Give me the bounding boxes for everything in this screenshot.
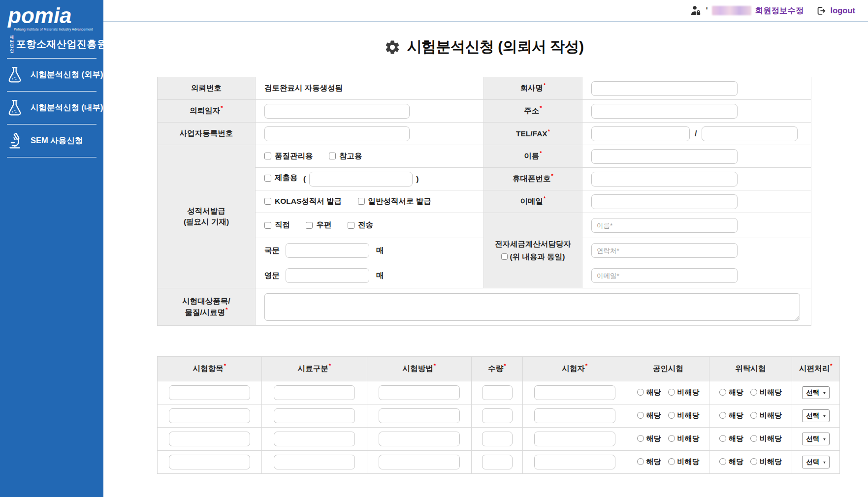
english-copies-label: 영문 — [264, 271, 280, 280]
official-no-radio[interactable] — [668, 412, 675, 419]
official-yes-radio[interactable] — [637, 389, 644, 396]
chevron-down-icon: ▼ — [823, 460, 827, 464]
sample-type-input[interactable] — [274, 432, 355, 446]
submission-checkbox[interactable] — [264, 175, 271, 182]
same-as-above-checkbox[interactable] — [501, 253, 508, 260]
request-no-value: 검토완료시 자동생성됨 — [264, 84, 343, 92]
kolas-report-checkbox[interactable] — [264, 198, 271, 205]
test-method-input[interactable] — [379, 432, 460, 446]
test-item-input[interactable] — [169, 385, 250, 400]
official-yes-radio[interactable] — [637, 435, 644, 442]
logout-link[interactable]: logout — [831, 6, 855, 15]
tester-input[interactable] — [534, 455, 615, 469]
official-yes-radio[interactable] — [637, 412, 644, 419]
sample-type-input[interactable] — [274, 455, 355, 469]
username-redacted — [712, 6, 751, 15]
tax-contact-name-input[interactable] — [591, 218, 738, 233]
tester-input[interactable] — [534, 432, 615, 446]
tester-input[interactable] — [534, 385, 615, 400]
quantity-input[interactable] — [482, 408, 513, 423]
tel-input[interactable] — [591, 126, 690, 141]
logout-icon[interactable] — [816, 5, 827, 16]
flask-icon — [6, 66, 24, 84]
required-asterisk: * — [540, 150, 542, 156]
tax-contact-email-input[interactable] — [591, 268, 738, 283]
request-form-table: 의뢰번호 검토완료시 자동생성됨 회사명* 의뢰일자* 주소* 사업자등록번호 … — [157, 77, 811, 326]
official-yes-radio[interactable] — [637, 458, 644, 465]
test-method-input[interactable] — [379, 385, 460, 400]
fax-input[interactable] — [702, 126, 798, 141]
col-test-method: 시험방법* — [367, 357, 472, 381]
specimen-select[interactable]: 선택▼ — [802, 456, 830, 468]
tester-input[interactable] — [534, 408, 615, 423]
specimen-select[interactable]: 선택▼ — [802, 409, 830, 422]
test-method-input[interactable] — [379, 455, 460, 469]
checkbox-label: 우편 — [316, 220, 331, 230]
radio-label: 해당 — [646, 411, 661, 420]
test-target-textarea[interactable] — [264, 293, 800, 321]
test-item-input[interactable] — [169, 432, 250, 446]
reference-checkbox[interactable] — [329, 153, 336, 159]
consigned-no-radio[interactable] — [750, 458, 757, 465]
required-asterisk: * — [540, 105, 542, 111]
org-name: 포항소재산업진흥원 — [16, 37, 107, 51]
official-no-radio[interactable] — [668, 435, 675, 442]
email-input[interactable] — [591, 194, 738, 209]
sidebar-item-sem-request[interactable]: SEM 사용신청 — [0, 124, 103, 157]
submission-detail-input[interactable] — [309, 172, 413, 186]
checkbox-label: 일반성적서로 발급 — [368, 196, 431, 207]
quantity-input[interactable] — [482, 455, 513, 469]
gear-icon — [384, 39, 401, 56]
radio-label: 비해당 — [677, 457, 700, 466]
sidebar: pomia Pohang Institute of Materials Indu… — [0, 0, 103, 497]
quantity-input[interactable] — [482, 432, 513, 446]
name-input[interactable] — [591, 149, 738, 164]
sidebar-item-test-request-internal[interactable]: 시험분석신청 (내부) — [0, 92, 103, 124]
org-badge-line2: 법인 — [10, 44, 14, 53]
consigned-yes-radio[interactable] — [719, 389, 726, 396]
address-input[interactable] — [591, 104, 738, 119]
radio-label: 비해당 — [760, 411, 782, 420]
specimen-select[interactable]: 선택▼ — [802, 433, 830, 445]
general-report-checkbox[interactable] — [358, 198, 365, 205]
consigned-yes-radio[interactable] — [719, 412, 726, 419]
sidebar-item-test-request-external[interactable]: 시험분석신청 (외부) — [0, 59, 103, 91]
member-info-edit-link[interactable]: 회원정보수정 — [755, 5, 804, 16]
main-content: ' 회원정보수정 logout 시험분석신청 (의뢰서 작성) 의뢰번호 검토완… — [103, 0, 868, 474]
test-item-input[interactable] — [169, 455, 250, 469]
microscope-icon — [6, 132, 24, 150]
page-title-row: 시험분석신청 (의뢰서 작성) — [157, 37, 811, 57]
consigned-yes-radio[interactable] — [719, 435, 726, 442]
english-copies-input[interactable] — [286, 268, 369, 283]
official-no-radio[interactable] — [668, 389, 675, 396]
test-item-input[interactable] — [169, 408, 250, 423]
delivery-mail-checkbox[interactable] — [306, 222, 313, 229]
consigned-no-radio[interactable] — [750, 412, 757, 419]
specimen-select[interactable]: 선택▼ — [802, 386, 830, 399]
korean-copies-input[interactable] — [286, 243, 369, 258]
official-no-radio[interactable] — [668, 458, 675, 465]
request-date-input[interactable] — [264, 104, 410, 119]
business-reg-no-input[interactable] — [264, 126, 410, 141]
company-input[interactable] — [591, 81, 738, 96]
page-title: 시험분석신청 (의뢰서 작성) — [407, 37, 583, 57]
required-asterisk: * — [221, 105, 223, 111]
consigned-no-radio[interactable] — [750, 389, 757, 396]
sample-type-input[interactable] — [274, 385, 355, 400]
sidebar-divider — [7, 157, 96, 157]
quantity-input[interactable] — [482, 385, 513, 400]
sample-type-input[interactable] — [274, 408, 355, 423]
consigned-yes-radio[interactable] — [719, 458, 726, 465]
consigned-no-radio[interactable] — [750, 435, 757, 442]
quality-control-checkbox[interactable] — [264, 153, 271, 159]
radio-label: 비해당 — [677, 434, 700, 443]
label-mobile: 휴대폰번호* — [484, 168, 582, 190]
sample-row-1: 해당비해당 해당비해당 선택▼ — [158, 381, 840, 404]
test-method-input[interactable] — [379, 408, 460, 423]
mobile-input[interactable] — [591, 172, 738, 186]
radio-label: 비해당 — [677, 388, 700, 397]
pomia-logo[interactable]: pomia Pohang Institute of Materials Indu… — [0, 0, 103, 58]
tax-contact-phone-input[interactable] — [591, 243, 738, 258]
delivery-send-checkbox[interactable] — [348, 222, 354, 229]
delivery-direct-checkbox[interactable] — [264, 222, 271, 229]
